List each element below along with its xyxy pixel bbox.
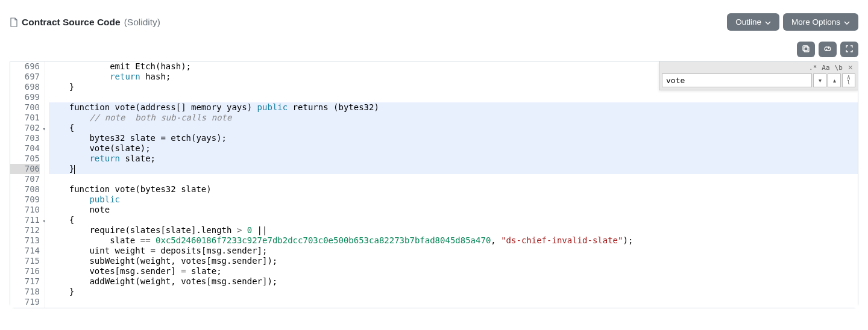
- svg-rect-0: [804, 47, 809, 52]
- line-number: 714: [10, 246, 40, 256]
- outline-label: Outline: [735, 17, 761, 26]
- line-number: 713: [10, 235, 40, 246]
- search-all-button[interactable]: A l: [842, 73, 855, 87]
- header-buttons: Outline More Options: [727, 13, 858, 31]
- file-icon: [10, 17, 18, 27]
- code-line[interactable]: [49, 92, 858, 102]
- line-number: 707: [10, 174, 40, 184]
- code-area[interactable]: emit Etch(hash); return hash; } function…: [45, 61, 858, 308]
- line-number: 717: [10, 276, 40, 287]
- line-number: 708: [10, 184, 40, 195]
- copy-button[interactable]: [797, 42, 815, 57]
- line-number: 716: [10, 266, 40, 276]
- fullscreen-button[interactable]: [840, 42, 858, 57]
- line-number: 703: [10, 133, 40, 143]
- line-number: 700: [10, 102, 40, 113]
- chevron-down-icon: ▾: [819, 77, 822, 84]
- code-line[interactable]: uint weight = deposits[msg.sender];: [49, 246, 858, 256]
- code-line[interactable]: slate == 0xc5d2460186f7233c927e7db2dcc70…: [49, 235, 858, 246]
- code-line[interactable]: vote(slate);: [49, 143, 858, 154]
- search-word-toggle[interactable]: \b: [833, 63, 844, 72]
- line-number: 697: [10, 72, 40, 82]
- line-gutter: 696697698699700701702▾703704705706707708…: [10, 61, 45, 308]
- permalink-button[interactable]: [819, 42, 837, 57]
- title-row: Contract Source Code (Solidity): [10, 17, 160, 28]
- panel-subtitle: (Solidity): [124, 17, 160, 28]
- code-line[interactable]: subWeight(weight, votes[msg.sender]);: [49, 256, 858, 266]
- code-line[interactable]: public: [49, 195, 858, 205]
- code-line[interactable]: bytes32 slate = etch(yays);: [49, 133, 858, 143]
- line-number: 719: [10, 297, 40, 307]
- line-number: 710: [10, 205, 40, 215]
- search-close-button[interactable]: ×: [846, 63, 855, 72]
- code-line[interactable]: [49, 174, 858, 184]
- chevron-down-icon: [765, 17, 771, 26]
- chevron-up-icon: ▴: [833, 77, 836, 84]
- copy-icon: [802, 45, 810, 55]
- code-line[interactable]: note: [49, 205, 858, 215]
- line-number: 699: [10, 92, 40, 102]
- code-line[interactable]: function vote(bytes32 slate): [49, 184, 858, 195]
- code-line[interactable]: [49, 297, 858, 307]
- editor-surface[interactable]: 696697698699700701702▾703704705706707708…: [10, 61, 858, 308]
- code-line[interactable]: function vote(address[] memory yays) pub…: [49, 102, 858, 113]
- line-number: 711▾: [10, 215, 40, 225]
- line-number: 720: [10, 307, 40, 308]
- link-icon: [823, 45, 832, 55]
- code-line[interactable]: addWeight(weight, votes[msg.sender]);: [49, 276, 858, 287]
- svg-rect-1: [803, 46, 808, 51]
- line-number: 696: [10, 61, 40, 72]
- code-line[interactable]: }: [49, 164, 858, 174]
- code-line[interactable]: // like `drop`/`swap` except simply "ele…: [49, 307, 858, 308]
- line-number: 715: [10, 256, 40, 266]
- panel-header: Contract Source Code (Solidity) Outline …: [10, 5, 858, 42]
- code-line[interactable]: // note both sub-calls note: [49, 113, 858, 123]
- editor-toolbar: [10, 42, 858, 61]
- search-input[interactable]: [662, 73, 812, 87]
- panel-title: Contract Source Code: [22, 17, 121, 28]
- line-number: 698: [10, 82, 40, 92]
- search-panel: .* Aa \b × ▾ ▴ A: [659, 61, 858, 90]
- search-case-toggle[interactable]: Aa: [820, 63, 831, 72]
- code-line[interactable]: return slate;: [49, 154, 858, 164]
- expand-icon: [846, 45, 853, 54]
- more-options-button[interactable]: More Options: [783, 13, 858, 31]
- text-cursor: [74, 165, 75, 174]
- close-icon: ×: [848, 63, 853, 72]
- code-editor: .* Aa \b × ▾ ▴ A: [10, 61, 858, 308]
- line-number: 712: [10, 225, 40, 235]
- code-line[interactable]: }: [49, 287, 858, 297]
- code-line[interactable]: {: [49, 215, 858, 225]
- code-line[interactable]: require(slates[slate].length > 0 ||: [49, 225, 858, 235]
- code-line[interactable]: votes[msg.sender] = slate;: [49, 266, 858, 276]
- more-options-label: More Options: [791, 17, 840, 26]
- line-number: 709: [10, 195, 40, 205]
- search-next-button[interactable]: ▾: [813, 73, 826, 87]
- chevron-down-icon: [844, 17, 850, 26]
- line-number: 701: [10, 113, 40, 123]
- line-number: 705: [10, 154, 40, 164]
- line-number: 704: [10, 143, 40, 154]
- line-number: 718: [10, 287, 40, 297]
- code-line[interactable]: {: [49, 123, 858, 133]
- outline-button[interactable]: Outline: [727, 13, 779, 31]
- search-regex-toggle[interactable]: .*: [807, 63, 819, 72]
- line-number: 702▾: [10, 123, 40, 133]
- search-prev-button[interactable]: ▴: [828, 73, 841, 87]
- line-number: 706: [10, 164, 40, 174]
